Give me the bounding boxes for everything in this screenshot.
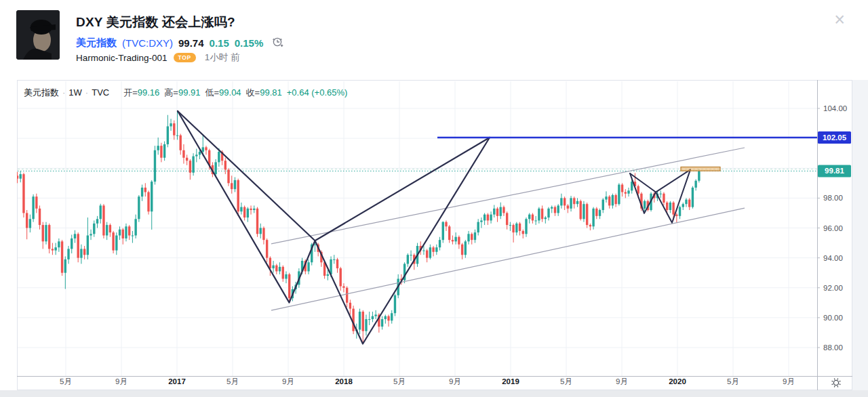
xabcd-pattern-small[interactable] (630, 169, 690, 222)
legend-exchange: TVC (92, 87, 109, 98)
legend-interval: 1W (68, 87, 82, 98)
chart-card: 104.0098.0096.0094.0092.0090.0088.00102.… (17, 80, 852, 390)
symbol-change: 0.15 (210, 37, 229, 49)
avatar-photo (16, 10, 60, 60)
x-axis-tick: 9月 (449, 377, 461, 385)
legend-low: 99.04 (219, 87, 241, 98)
y-axis-tick: 90.00 (823, 314, 843, 322)
chart-legend: 美元指数·1W·TVC开=99.16高=99.91低=99.04收=99.81+… (24, 87, 347, 99)
right-margin (852, 80, 868, 390)
target-zone-box[interactable] (681, 167, 720, 171)
symbol-link[interactable]: 美元指数 (76, 37, 117, 49)
time-ago: 1小时 前 (205, 51, 240, 64)
page-bottom-strip (0, 390, 868, 397)
top-badge: TOP (174, 53, 196, 62)
legend-symbol: 美元指数 (24, 87, 59, 98)
legend-high: 99.91 (178, 87, 201, 98)
legend-open-label: 开= (123, 87, 138, 98)
trend-channel-line[interactable] (271, 148, 745, 244)
x-axis-tick: 5月 (560, 377, 572, 385)
y-axis-tick: 98.00 (823, 194, 843, 202)
y-axis-tick: 104.00 (823, 104, 847, 112)
avatar[interactable] (16, 10, 60, 60)
x-axis-tick: 9月 (783, 377, 795, 385)
candles (17, 111, 701, 344)
legend-open: 99.16 (138, 87, 160, 98)
x-axis-tick: 2020 (669, 377, 686, 385)
y-axis-tick: 96.00 (823, 224, 843, 232)
y-axis-tick: 94.00 (823, 254, 843, 262)
price-label-text: 102.05 (823, 133, 847, 142)
x-axis-tick: 5月 (393, 377, 406, 385)
author-row: Harmonic-Trading-001 TOP 1小时 前 (76, 51, 239, 64)
tradingview-idea-page: DXY 美元指数 还会上涨吗? 美元指数 (TVC:DXY) 99.74 0.1… (0, 0, 868, 397)
symbol-price: 99.74 (178, 37, 204, 49)
alert-clock-icon[interactable] (271, 35, 284, 50)
legend-low-label: 低= (205, 87, 219, 98)
author-link[interactable]: Harmonic-Trading-001 (76, 53, 167, 63)
close-icon[interactable]: × (834, 11, 845, 29)
x-axis-tick: 2017 (168, 377, 186, 385)
axis-settings-gear-icon[interactable] (832, 379, 841, 388)
legend-close-label: 收= (246, 87, 260, 98)
legend-change: +0.64 (+0.65%) (287, 87, 348, 98)
x-axis-tick: 5月 (226, 377, 239, 385)
symbol-change-pct: 0.15% (235, 37, 264, 49)
y-axis-tick: 88.00 (823, 343, 843, 352)
legend-close: 99.81 (260, 87, 282, 98)
legend-high-label: 高= (164, 87, 178, 98)
symbol-ticker[interactable]: (TVC:DXY) (122, 37, 173, 49)
x-axis-tick: 9月 (616, 377, 628, 385)
x-axis-tick: 2019 (502, 377, 519, 385)
x-axis-tick: 2018 (335, 377, 353, 385)
y-axis-tick: 92.00 (823, 284, 843, 292)
x-axis-tick: 9月 (115, 377, 127, 385)
chart-canvas[interactable]: 104.0098.0096.0094.0092.0090.0088.00102.… (17, 80, 852, 390)
x-axis-tick: 5月 (60, 377, 72, 385)
price-label-text: 99.81 (825, 167, 844, 175)
page-title: DXY 美元指数 还会上涨吗? (76, 14, 235, 31)
idea-header: DXY 美元指数 还会上涨吗? 美元指数 (TVC:DXY) 99.74 0.1… (0, 0, 868, 80)
x-axis-tick: 5月 (727, 377, 739, 385)
symbol-row: 美元指数 (TVC:DXY) 99.74 0.15 0.15% (76, 35, 284, 50)
x-axis-tick: 9月 (282, 377, 294, 385)
